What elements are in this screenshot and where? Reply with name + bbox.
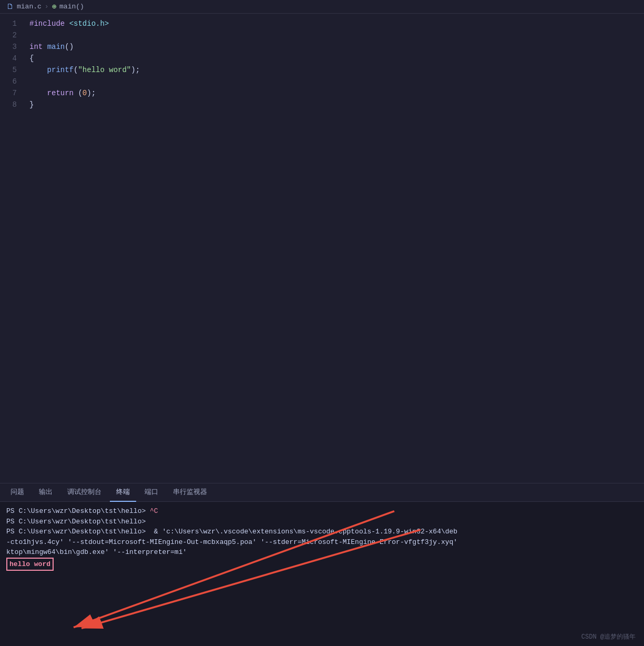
line-numbers: 12345678 <box>0 18 25 479</box>
code-line: { <box>29 53 644 64</box>
terminal-line: -cto1hjvs.4cy' '--stdout=Microsoft-MIEng… <box>6 537 638 548</box>
breadcrumb-bar: 🗋 mian.c › ⊕ main() <box>0 0 644 14</box>
panel-tab-端口[interactable]: 端口 <box>138 483 165 502</box>
func-icon: ⊕ <box>52 2 56 11</box>
file-icon: 🗋 <box>6 3 14 11</box>
code-line: int main() <box>29 41 644 53</box>
breadcrumb-file: mian.c <box>17 3 42 11</box>
code-line: return (0); <box>29 87 644 99</box>
terminal-line: PS C:\Users\wzr\Desktop\tst\hello> & 'c:… <box>6 527 638 537</box>
panel-tab-调试控制台[interactable]: 调试控制台 <box>61 483 108 502</box>
terminal-content[interactable]: PS C:\Users\wzr\Desktop\tst\hello> ^CPS … <box>0 502 644 646</box>
terminal-line: ktop\mingw64\bin\gdb.exe' '--interpreter… <box>6 547 638 558</box>
code-container: 12345678 #include <stdio.h> int main(){ … <box>0 14 644 483</box>
panel-tabs: 问题输出调试控制台终端端口串行监视器 <box>0 483 644 502</box>
panel-tab-问题[interactable]: 问题 <box>4 483 30 502</box>
editor-area: 12345678 #include <stdio.h> int main(){ … <box>0 14 644 483</box>
code-line <box>29 29 644 41</box>
terminal-line: hello word <box>6 558 638 571</box>
panel-tab-输出[interactable]: 输出 <box>33 483 59 502</box>
csdn-watermark: CSDN @追梦的骚年 <box>581 632 636 642</box>
hello-output: hello word <box>6 558 54 571</box>
terminal-line: PS C:\Users\wzr\Desktop\tst\hello> ^C <box>6 506 638 517</box>
panel-tab-终端[interactable]: 终端 <box>110 483 136 502</box>
breadcrumb-separator: › <box>45 3 49 11</box>
terminal-line: PS C:\Users\wzr\Desktop\tst\hello> <box>6 517 638 527</box>
code-line <box>29 76 644 87</box>
breadcrumb-func: main() <box>59 3 84 11</box>
code-line: #include <stdio.h> <box>29 18 644 29</box>
panel-tab-串行监视器[interactable]: 串行监视器 <box>167 483 213 502</box>
code-lines[interactable]: #include <stdio.h> int main(){ printf("h… <box>25 18 644 479</box>
panel-area: 问题输出调试控制台终端端口串行监视器 PS C:\Users\wzr\Deskt… <box>0 483 644 646</box>
code-line: printf("hello word"); <box>29 64 644 76</box>
code-line: } <box>29 99 644 110</box>
